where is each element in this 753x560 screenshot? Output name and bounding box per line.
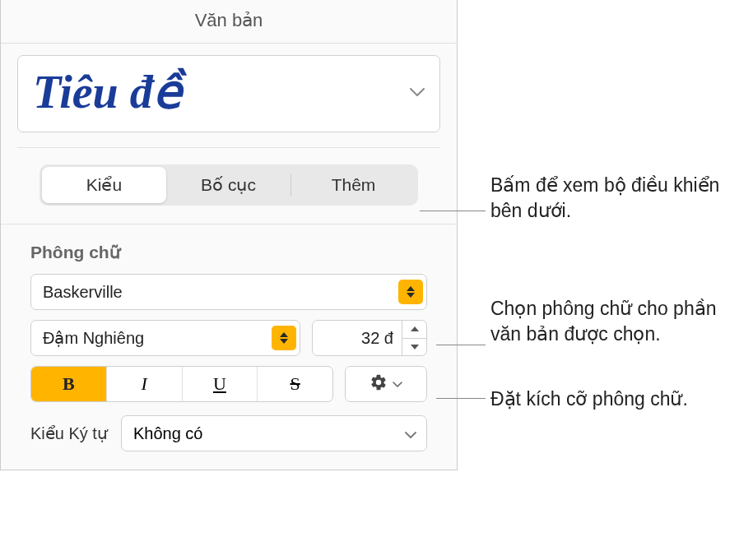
- callout-leader: [420, 211, 486, 211]
- paragraph-style-select[interactable]: Tiêu đề: [17, 55, 440, 132]
- text-tabs: Kiểu Bố cục Thêm: [40, 164, 418, 206]
- character-style-label: Kiểu Ký tự: [30, 423, 108, 443]
- font-size-field[interactable]: 32 đ: [312, 320, 427, 356]
- font-family-select[interactable]: Baskerville: [30, 274, 427, 310]
- tab-style[interactable]: Kiểu: [42, 167, 166, 203]
- underline-button[interactable]: U: [183, 367, 258, 401]
- divider: [17, 147, 440, 148]
- callout-font-family: Chọn phông chữ cho phần văn bản được chọ…: [490, 296, 737, 347]
- callout-tabs: Bấm để xem bộ điều khiển bên dưới.: [490, 173, 737, 224]
- divider: [1, 224, 457, 224]
- font-format-group: B I U S: [30, 366, 333, 402]
- tab-more[interactable]: Thêm: [291, 167, 416, 203]
- character-style-select[interactable]: Không có: [121, 415, 427, 451]
- chevron-down-icon: [410, 88, 425, 96]
- character-style-value: Không có: [133, 424, 405, 443]
- chevron-down-icon: [393, 377, 402, 391]
- font-family-value: Baskerville: [43, 283, 398, 302]
- font-style-value: Đậm Nghiêng: [43, 328, 272, 348]
- tab-layout[interactable]: Bố cục: [166, 167, 291, 203]
- updown-icon: [272, 326, 296, 350]
- callout-font-size: Đặt kích cỡ phông chữ.: [490, 386, 746, 412]
- strikethrough-button[interactable]: S: [258, 367, 332, 401]
- updown-icon: [398, 280, 423, 304]
- chevron-down-icon: [405, 424, 416, 443]
- panel-title: Văn bản: [1, 0, 457, 44]
- font-size-stepper: [402, 321, 426, 355]
- font-section-label: Phông chữ: [30, 243, 427, 262]
- format-panel: Văn bản Tiêu đề Kiểu Bố cục Thêm Phông c…: [0, 0, 458, 470]
- font-section: Phông chữ Baskerville Đậm Nghiêng 32 đ: [1, 243, 457, 470]
- paragraph-style-name: Tiêu đề: [33, 69, 181, 115]
- callout-leader: [436, 398, 486, 399]
- font-style-select[interactable]: Đậm Nghiêng: [30, 320, 300, 356]
- font-size-step-down[interactable]: [402, 339, 426, 356]
- font-size-step-up[interactable]: [402, 321, 426, 339]
- bold-button[interactable]: B: [31, 367, 107, 401]
- font-size-value: 32 đ: [313, 321, 402, 355]
- callout-leader: [436, 345, 486, 345]
- advanced-options-button[interactable]: [345, 366, 427, 402]
- gear-icon: [370, 373, 388, 395]
- italic-button[interactable]: I: [107, 367, 183, 401]
